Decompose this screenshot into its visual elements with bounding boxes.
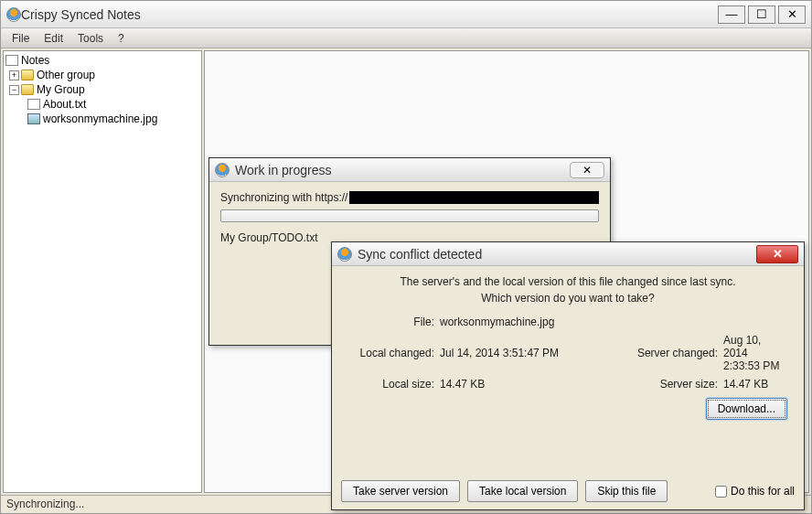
- file-label: File:: [348, 316, 440, 328]
- tree-item-worksonmymachine[interactable]: worksonmymachine.jpg: [5, 112, 199, 126]
- file-value: worksonmymachine.jpg: [440, 316, 623, 328]
- take-server-button[interactable]: Take server version: [341, 480, 460, 502]
- conflict-message: The server's and the local version of th…: [348, 273, 787, 306]
- sync-url-line: Synchronizing with https://: [220, 191, 599, 204]
- server-size-value: 14.47 KB: [723, 378, 787, 391]
- progress-titlebar: Work in progress ✕: [209, 158, 610, 182]
- tree-label: worksonmymachine.jpg: [43, 112, 157, 125]
- conflict-details-grid: File: worksonmymachine.jpg Local changed…: [348, 316, 787, 391]
- do-for-all-checkbox[interactable]: Do this for all: [715, 485, 795, 498]
- local-changed-value: Jul 14, 2014 3:51:47 PM: [440, 347, 623, 359]
- sync-prefix: Synchronizing with https://: [220, 191, 347, 204]
- tree-item-about[interactable]: About.txt: [5, 97, 199, 112]
- server-changed-value: Aug 10, 2014 2:33:53 PM: [723, 334, 787, 372]
- conflict-close-button[interactable]: ✕: [756, 245, 798, 263]
- tree-root[interactable]: Notes: [5, 53, 199, 68]
- conflict-dialog: Sync conflict detected ✕ The server's an…: [331, 241, 805, 510]
- app-title: Crispy Synced Notes: [21, 7, 718, 22]
- take-local-button[interactable]: Take local version: [467, 480, 578, 502]
- file-icon: [27, 99, 40, 110]
- java-icon: [6, 7, 21, 22]
- maximize-button[interactable]: ☐: [748, 5, 775, 24]
- tree-label: Other group: [37, 69, 95, 81]
- do-for-all-input[interactable]: [715, 486, 727, 498]
- notes-icon: [5, 55, 18, 66]
- expander-icon[interactable]: −: [9, 85, 19, 95]
- progress-bar: [220, 209, 599, 222]
- status-text: Synchronizing...: [6, 498, 84, 510]
- do-for-all-label: Do this for all: [731, 485, 795, 498]
- menu-edit[interactable]: Edit: [37, 30, 70, 47]
- conflict-footer: Take server version Take local version S…: [332, 473, 804, 509]
- window-controls: — ☐ ✕: [718, 5, 806, 24]
- image-icon: [27, 113, 40, 124]
- server-size-label: Server size:: [623, 378, 723, 391]
- java-icon: [337, 247, 352, 262]
- java-icon: [215, 163, 230, 177]
- conflict-titlebar: Sync conflict detected ✕: [332, 242, 804, 266]
- tree-label: My Group: [37, 83, 85, 96]
- tree-item-my-group[interactable]: − My Group: [5, 82, 199, 97]
- conflict-title: Sync conflict detected: [358, 247, 756, 262]
- server-changed-label: Server changed:: [623, 347, 723, 359]
- local-size-value: 14.47 KB: [440, 378, 623, 391]
- conflict-msg-line2: Which version do you want to take?: [481, 292, 654, 305]
- tree-item-other-group[interactable]: + Other group: [5, 68, 199, 82]
- redacted-url: [349, 191, 599, 204]
- progress-close-button[interactable]: ✕: [570, 162, 604, 178]
- expander-icon[interactable]: +: [9, 70, 19, 80]
- progress-title: Work in progress: [235, 163, 570, 177]
- main-titlebar: Crispy Synced Notes — ☐ ✕: [1, 1, 811, 28]
- minimize-button[interactable]: —: [718, 5, 745, 24]
- tree-root-label: Notes: [21, 54, 49, 67]
- menu-tools[interactable]: Tools: [70, 30, 111, 47]
- download-row: Download...: [348, 398, 787, 420]
- skip-file-button[interactable]: Skip this file: [585, 480, 668, 502]
- menu-help[interactable]: ?: [111, 30, 132, 47]
- folder-icon: [21, 84, 34, 95]
- folder-icon: [21, 70, 34, 80]
- menubar: File Edit Tools ?: [1, 28, 811, 48]
- conflict-msg-line1: The server's and the local version of th…: [400, 275, 735, 288]
- local-size-label: Local size:: [348, 378, 440, 391]
- tree-panel[interactable]: Notes + Other group − My Group About.txt…: [3, 50, 202, 493]
- local-changed-label: Local changed:: [348, 347, 440, 359]
- menu-file[interactable]: File: [5, 30, 37, 47]
- tree-label: About.txt: [43, 98, 86, 111]
- conflict-body: The server's and the local version of th…: [332, 266, 804, 473]
- close-button[interactable]: ✕: [778, 5, 806, 24]
- download-button[interactable]: Download...: [706, 398, 787, 420]
